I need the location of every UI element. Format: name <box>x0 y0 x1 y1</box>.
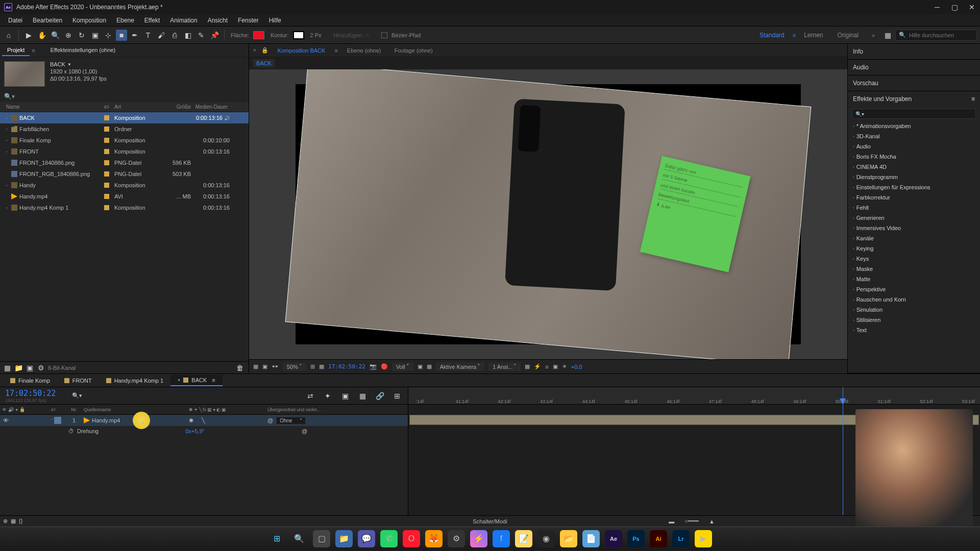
panel-effects[interactable]: Effekte und Vorgaben ≡ <box>848 91 980 107</box>
zoom-out-icon[interactable]: ▬ <box>669 518 674 524</box>
stroke-width[interactable]: 2 Px <box>310 32 322 38</box>
viewer-canvas[interactable]: Dafür gibt's von mir 5 Sterne und einen … <box>249 69 847 359</box>
search-taskbar-icon[interactable]: 🔍 <box>290 530 308 547</box>
tab-effekteinstellungen[interactable]: Effekteinstellungen (ohne) <box>45 45 121 56</box>
interpret-footage-icon[interactable]: ▦ <box>3 364 11 372</box>
tag-color[interactable] <box>104 205 109 210</box>
task-view-icon[interactable]: ▢ <box>313 530 330 547</box>
illustrator-icon[interactable]: Ai <box>650 530 667 547</box>
grid-toggle-icon[interactable]: ▦ <box>427 363 432 370</box>
menu-effekt[interactable]: Effekt <box>139 15 165 26</box>
project-row[interactable]: ›Finale Komp Komposition 0:00:10:00 <box>0 135 249 146</box>
shy-icon[interactable]: ✱ <box>189 407 193 412</box>
stroke-color-swatch[interactable] <box>293 31 304 39</box>
menu-animation[interactable]: Animation <box>165 15 202 26</box>
tl-tool-2[interactable]: ✦ <box>322 390 333 402</box>
effect-category[interactable]: ›Keys <box>848 254 980 264</box>
effect-category[interactable]: ›Maske <box>848 264 980 274</box>
messenger-icon[interactable]: ⚡ <box>470 530 487 547</box>
playhead[interactable] <box>843 387 843 515</box>
firefox-icon[interactable]: 🦊 <box>425 530 443 547</box>
property-row[interactable]: ⏱ Drehung 0x+5,9° @ <box>0 426 408 436</box>
files-icon[interactable]: 📂 <box>560 530 577 547</box>
effect-category[interactable]: ›Farbkorrektur <box>848 192 980 203</box>
snapshot-icon[interactable]: 📷 <box>370 363 377 370</box>
home-tool[interactable]: ⌂ <box>3 30 14 41</box>
start-button[interactable]: ⊞ <box>268 530 285 547</box>
transparency-icon[interactable]: ▦ <box>319 363 324 370</box>
project-row[interactable]: ›Farbflächen Ordner <box>0 123 249 135</box>
help-search-input[interactable] <box>909 32 973 38</box>
bezier-checkbox[interactable] <box>381 32 387 38</box>
toggle-blend-icon[interactable]: {} <box>19 518 22 524</box>
toggle-modes-icon[interactable]: ▦ <box>11 518 16 524</box>
effect-category[interactable]: ›Simulation <box>848 305 980 315</box>
quality-icon[interactable]: ╲ <box>199 407 202 412</box>
project-row[interactable]: ›Handy Komposition 0:00:13:16 <box>0 180 249 191</box>
project-row[interactable]: ›Handy.mp4 Komp 1 Komposition 0:00:13:16 <box>0 202 249 213</box>
minimize-button[interactable]: ─ <box>933 3 941 11</box>
channel-icon[interactable]: 👓 <box>272 363 279 370</box>
fx-icon[interactable]: fx <box>203 407 206 412</box>
lock-column-icon[interactable]: 🔒 <box>19 407 25 412</box>
facebook-icon[interactable]: f <box>493 530 510 547</box>
views-dropdown[interactable]: 1 Ansi... ˅ <box>488 362 521 371</box>
help-search[interactable]: 🔍 <box>895 30 977 41</box>
expression-pickwhip[interactable]: @ <box>302 428 307 434</box>
effect-category[interactable]: ›Fehlt <box>848 203 980 213</box>
anchor-tool[interactable]: ⊹ <box>103 30 114 41</box>
timeline-tab[interactable]: × BACK ≡ <box>170 375 223 386</box>
toggle-mask-icon[interactable]: ▣ <box>262 363 267 370</box>
tl-tool-4[interactable]: ▦ <box>357 390 368 402</box>
exposure-icon[interactable]: ☀ <box>562 363 567 370</box>
moblur-icon[interactable]: ● <box>213 407 215 412</box>
pixel-aspect-icon[interactable]: ▦ <box>525 363 530 370</box>
effect-category[interactable]: ›3D-Kanal <box>848 131 980 141</box>
effect-category[interactable]: ›Immersives Video <box>848 223 980 233</box>
render-icon[interactable]: ▣ <box>553 363 558 370</box>
collapse-icon[interactable]: ✦ <box>194 407 198 412</box>
menu-datei[interactable]: Datei <box>3 15 28 26</box>
speaker-column-icon[interactable]: 🔊 <box>8 407 14 412</box>
timeline-icon[interactable]: ≡ <box>545 364 548 370</box>
timeline-layer-row[interactable]: 👁 ˅ 1 Handy.mp4 ✱ ╲ @ <box>0 415 408 426</box>
col-size[interactable]: Größe <box>160 104 191 110</box>
effect-category[interactable]: ›Text <box>848 325 980 335</box>
menu-bearbeiten[interactable]: Bearbeiten <box>28 15 67 26</box>
adj-icon[interactable]: ◐ <box>216 407 220 412</box>
menu-fenster[interactable]: Fenster <box>233 15 264 26</box>
delete-icon[interactable]: 🗑 <box>234 362 246 373</box>
effect-category[interactable]: ›CINEMA 4D <box>848 162 980 172</box>
menu-hilfe[interactable]: Hilfe <box>264 15 286 26</box>
brush-tool[interactable]: 🖌 <box>156 30 167 41</box>
lightroom-icon[interactable]: Lr <box>672 530 690 547</box>
stopwatch-icon[interactable]: ⏱ <box>68 428 74 434</box>
effect-category[interactable]: ›Boris FX Mocha <box>848 152 980 162</box>
effects-search[interactable]: 🔍▾ <box>852 109 976 119</box>
puppet-tool[interactable]: 📌 <box>209 30 220 41</box>
project-search-icon[interactable]: 🔍▾ <box>4 93 15 100</box>
type-tool[interactable]: T <box>142 30 154 41</box>
clone-tool[interactable]: ⎙ <box>169 30 180 41</box>
eye-column-icon[interactable]: 👁 <box>2 407 7 412</box>
workspace-standard[interactable]: Standard <box>753 30 791 41</box>
tl-tool-1[interactable]: ⇄ <box>305 390 316 402</box>
panel-vorschau[interactable]: Vorschau <box>848 76 980 91</box>
exposure-value[interactable]: +0,0 <box>571 364 582 370</box>
layer-quality[interactable]: ╲ <box>202 417 205 424</box>
after-effects-icon[interactable]: Ae <box>605 530 622 547</box>
project-row[interactable]: Handy.mp4 AVI ... MB 0:00:13:16 <box>0 191 249 202</box>
obs-icon[interactable]: ◉ <box>537 530 555 547</box>
new-folder-icon[interactable]: 📁 <box>14 364 22 372</box>
panel-info[interactable]: Info <box>848 44 980 59</box>
workspace-lernen[interactable]: Lernen <box>798 30 829 41</box>
app-icon-1[interactable]: ⚙ <box>448 530 465 547</box>
res-icon[interactable]: ⊞ <box>310 363 315 370</box>
effect-category[interactable]: ›Matte <box>848 274 980 284</box>
viewer-tab-comp[interactable]: Komposition BACK <box>274 45 330 56</box>
roi-icon[interactable]: ▣ <box>418 363 423 370</box>
menu-komposition[interactable]: Komposition <box>67 15 111 26</box>
tl-tool-6[interactable]: ⊞ <box>391 390 403 402</box>
tag-color[interactable] <box>104 194 109 199</box>
viewer-tab-footage[interactable]: Footage (ohne) <box>390 45 436 56</box>
